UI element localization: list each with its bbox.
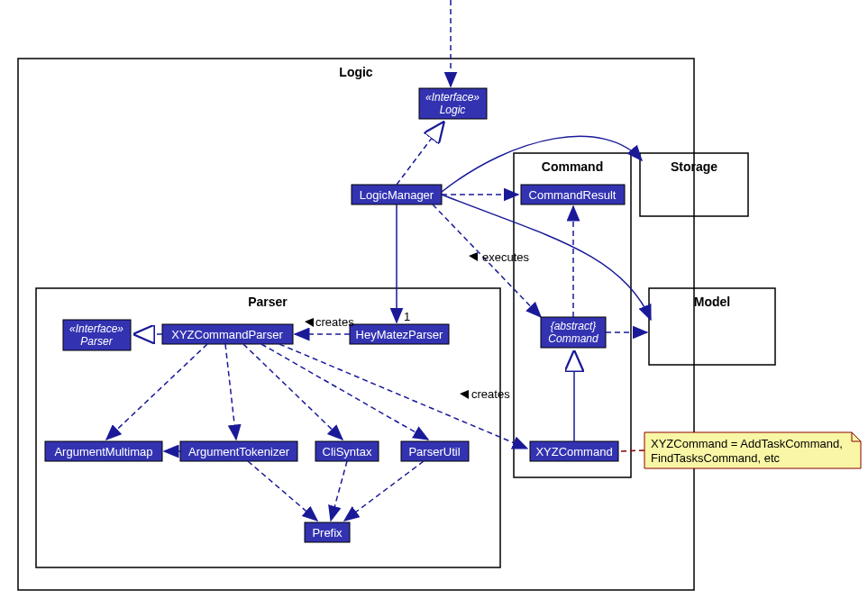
lbl-xyzcp: XYZCommandParser <box>171 328 283 341</box>
uml-diagram: Logic Storage Model Parser Command «Inte… <box>0 0 868 608</box>
name-parser: Parser <box>80 335 113 348</box>
lbl-logicmanager: LogicManager <box>360 188 434 202</box>
lbl-argmulti: ArgumentMultimap <box>54 445 152 458</box>
lbl-parserutil: ParserUtil <box>408 445 460 458</box>
lbl-creates1: creates <box>315 315 354 329</box>
name-cmd: Command <box>548 332 598 345</box>
pkg-command-title: Command <box>542 159 603 174</box>
lbl-clisyntax: CliSyntax <box>323 445 372 458</box>
lbl-xyzcmd: XYZCommand <box>535 445 612 458</box>
stereo-cmd: {abstract} <box>551 320 597 332</box>
pkg-model-title: Model <box>694 295 730 309</box>
svg-marker-2 <box>460 390 469 399</box>
pkg-storage-title: Storage <box>671 159 717 174</box>
pkg-parser-title: Parser <box>248 295 288 309</box>
name-logic: Logic <box>440 104 466 116</box>
svg-marker-0 <box>469 252 478 261</box>
lbl-heymatez: HeyMatezParser <box>356 328 443 341</box>
lbl-cmdresult: CommandResult <box>529 188 617 202</box>
svg-marker-1 <box>305 318 314 327</box>
stereo-parser: «Interface» <box>69 322 123 335</box>
note-l2: FindTasksCommand, etc <box>651 451 781 465</box>
lbl-executes: executes <box>482 250 530 264</box>
lbl-prefix: Prefix <box>312 526 343 540</box>
lbl-creates2: creates <box>471 387 510 401</box>
mult-one: 1 <box>404 310 410 323</box>
stereo-logic: «Interface» <box>425 91 480 104</box>
pkg-logic-title: Logic <box>339 65 373 79</box>
note-l1: XYZCommand = AddTaskCommand, <box>651 437 843 450</box>
lbl-argtok: ArgumentTokenizer <box>188 445 290 458</box>
